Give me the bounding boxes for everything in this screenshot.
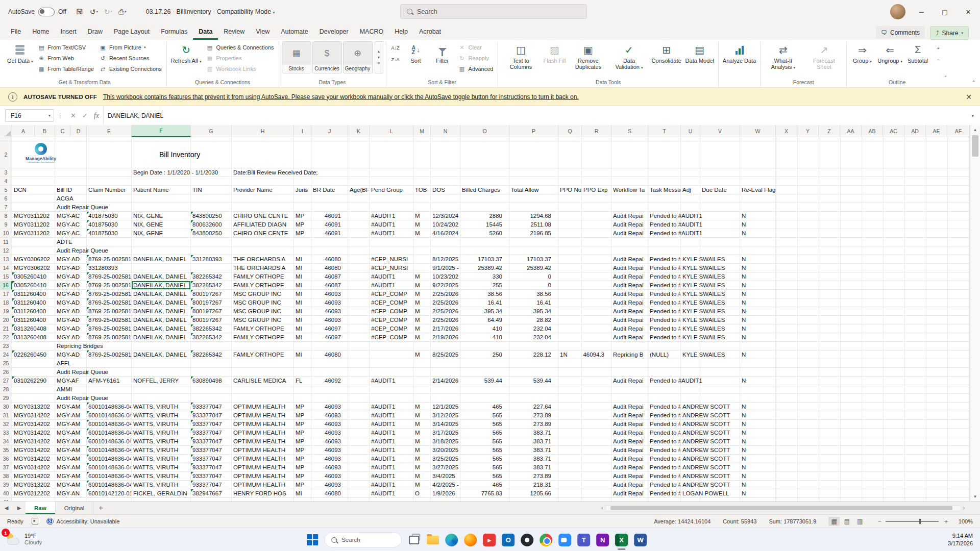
cell[interactable]: 933377047 — [191, 437, 232, 445]
cell[interactable]: WATTS, VIRUTH — [132, 472, 191, 480]
cell[interactable] — [294, 394, 311, 402]
cell[interactable] — [232, 194, 294, 203]
cell[interactable] — [348, 385, 370, 393]
cell[interactable]: Audit Repai — [611, 463, 648, 471]
cell[interactable] — [776, 272, 970, 281]
cell[interactable]: 630890498 — [191, 377, 232, 385]
horizontal-scrollbar[interactable]: ‹ › — [601, 502, 965, 514]
cell[interactable]: 933377047 — [191, 403, 232, 411]
cell[interactable] — [776, 359, 970, 367]
cell[interactable]: 800632600 — [191, 220, 232, 229]
cell[interactable]: Pended to # — [648, 403, 681, 411]
cell[interactable]: Billed Charges — [460, 186, 509, 194]
zoom-in-icon[interactable]: ＋ — [943, 517, 949, 526]
queries-connections-button[interactable]: ▤Queries & Connections — [204, 42, 276, 53]
cell[interactable]: 383.71 — [509, 429, 558, 437]
cell[interactable] — [558, 437, 582, 445]
from-table-range-button[interactable]: ▦From Table/Range — [36, 64, 96, 74]
cell[interactable] — [611, 141, 648, 168]
formula-bar-value[interactable]: DANEILAK, DANIEL — [103, 106, 966, 125]
cell[interactable] — [232, 368, 294, 376]
cell[interactable] — [460, 137, 509, 141]
cell[interactable]: N — [740, 324, 776, 333]
cell[interactable] — [700, 137, 740, 141]
cell[interactable] — [582, 359, 611, 367]
cell[interactable] — [413, 137, 431, 141]
cell[interactable] — [87, 168, 132, 177]
cell[interactable]: ANDREW SCOTT — [681, 463, 700, 471]
cell[interactable] — [776, 403, 970, 411]
cell[interactable]: 382265342 — [191, 324, 232, 333]
cell[interactable] — [582, 481, 611, 489]
cell[interactable]: FAMILY ORTHOPE — [232, 324, 294, 333]
cell[interactable]: Pended to # — [648, 472, 681, 480]
cell[interactable] — [460, 359, 509, 367]
cell[interactable]: 16.41 — [460, 298, 509, 307]
cell[interactable]: OPTIMUM HEALTH — [232, 429, 294, 437]
cell[interactable]: 16.41 — [509, 298, 558, 307]
share-button[interactable]: ⤴Share ▾ — [930, 26, 969, 40]
cell[interactable]: 800197267 — [191, 316, 232, 324]
cell[interactable]: Bill ID — [55, 186, 87, 194]
cell[interactable]: N — [740, 463, 776, 471]
cell[interactable] — [558, 394, 582, 402]
cell[interactable]: 17103.37 — [460, 255, 509, 263]
cell[interactable]: AFFILIATED DIAGN — [232, 220, 294, 229]
cell[interactable]: #CEP_NURSI — [370, 255, 413, 263]
column-header-W[interactable]: W — [740, 125, 776, 137]
cell[interactable]: MGY-AM — [55, 463, 87, 471]
cell[interactable]: Audit Repair Queue — [55, 368, 87, 376]
cell[interactable] — [740, 141, 776, 168]
cell[interactable] — [740, 394, 776, 402]
cell[interactable] — [370, 238, 413, 246]
cell[interactable]: MGY-AD — [55, 307, 87, 315]
cell[interactable] — [582, 437, 611, 445]
cell[interactable] — [431, 394, 460, 402]
cell[interactable] — [370, 141, 413, 168]
cell[interactable] — [648, 194, 681, 203]
row-header-2[interactable]: 2 — [0, 141, 12, 168]
cell[interactable]: N — [740, 350, 776, 359]
cell[interactable]: Audit Repai — [611, 255, 648, 263]
row-header-30[interactable]: 30 — [0, 403, 12, 411]
cell[interactable]: MGY-AD — [55, 333, 87, 341]
cell[interactable] — [348, 203, 370, 211]
cell[interactable]: N — [740, 212, 776, 220]
cell[interactable] — [348, 437, 370, 445]
row-header-39[interactable]: 39 — [0, 481, 12, 489]
cell[interactable]: 60010148636-04 — [87, 420, 132, 428]
tab-home[interactable]: Home — [27, 24, 55, 40]
cell[interactable]: 46092 — [311, 377, 348, 385]
cell[interactable] — [558, 472, 582, 480]
cell[interactable]: 401875030 — [87, 229, 132, 237]
cell[interactable] — [582, 420, 611, 428]
currencies-gallery-item[interactable]: $Currencies — [312, 41, 342, 73]
row-header-23[interactable]: 23 — [0, 342, 12, 350]
cell[interactable]: OPTIMUM HEALTH — [232, 463, 294, 471]
cell[interactable] — [12, 168, 55, 177]
cell[interactable]: 228.12 — [509, 350, 558, 359]
name-box-splitter[interactable]: ⋮ — [54, 112, 66, 119]
close-button[interactable]: ✕ — [957, 0, 980, 23]
cell[interactable]: OPTIMUM HEALTH — [232, 403, 294, 411]
minimize-button[interactable]: ─ — [910, 0, 933, 23]
cell[interactable]: Pended to # — [648, 281, 681, 289]
excel-button[interactable]: X — [615, 533, 628, 547]
reapply-button[interactable]: ↻Reapply — [456, 53, 496, 63]
cell[interactable]: 382947667 — [191, 489, 232, 497]
cell[interactable]: MGY-AM — [55, 446, 87, 454]
cell[interactable] — [582, 472, 611, 480]
cell[interactable] — [370, 350, 413, 359]
cell[interactable]: Repricing Bridges — [55, 342, 87, 350]
cell[interactable]: Pended to #AUDIT1 — [648, 212, 681, 220]
cell[interactable]: CARLISLE MEDICA — [232, 377, 294, 385]
cell[interactable]: MP — [294, 481, 311, 489]
cell[interactable]: 60010148636-04 — [87, 481, 132, 489]
cell[interactable]: Pended to # — [648, 455, 681, 463]
cell[interactable] — [700, 194, 740, 203]
cell[interactable]: 330 — [460, 272, 509, 281]
cell[interactable]: Pended to #AUDIT1 — [648, 377, 681, 385]
cell[interactable] — [582, 429, 611, 437]
cell[interactable] — [348, 177, 370, 185]
column-header-AD[interactable]: AD — [904, 125, 926, 137]
